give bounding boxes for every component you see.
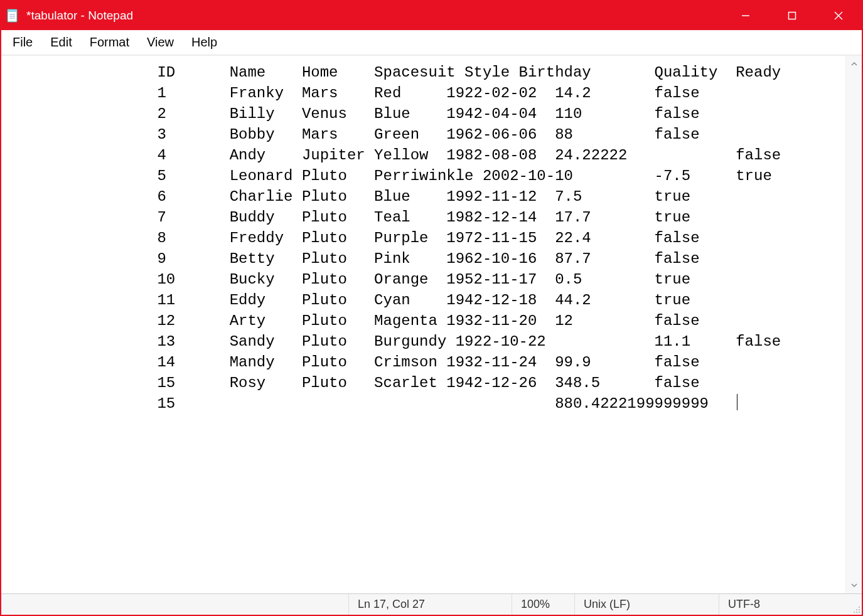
menu-edit[interactable]: Edit	[41, 33, 80, 52]
title-bar: *tabulator - Notepad	[1, 1, 862, 30]
svg-point-11	[859, 609, 860, 610]
window-title: *tabulator - Notepad	[26, 9, 133, 23]
menu-bar: File Edit Format View Help	[1, 30, 862, 55]
menu-format[interactable]: Format	[81, 33, 138, 52]
status-empty	[1, 594, 348, 615]
status-line-ending: Unix (LF)	[574, 594, 719, 615]
menu-file[interactable]: File	[4, 33, 41, 52]
vertical-scrollbar[interactable]	[845, 56, 862, 593]
scroll-track[interactable]	[846, 72, 862, 577]
svg-point-10	[856, 609, 857, 610]
status-cursor-position: Ln 17, Col 27	[348, 594, 512, 615]
text-caret	[737, 394, 737, 410]
scroll-up-arrow-icon[interactable]	[846, 56, 862, 72]
status-bar: Ln 17, Col 27 100% Unix (LF) UTF-8	[1, 593, 862, 615]
window-controls	[722, 1, 862, 30]
menu-help[interactable]: Help	[183, 33, 226, 52]
svg-point-9	[859, 607, 860, 608]
svg-point-12	[854, 612, 855, 613]
resize-grip-icon[interactable]	[850, 594, 862, 615]
svg-point-14	[859, 612, 860, 613]
notepad-app-icon	[5, 8, 20, 23]
minimize-button[interactable]	[722, 1, 769, 30]
svg-point-13	[856, 612, 857, 613]
maximize-button[interactable]	[769, 1, 815, 30]
svg-rect-6	[789, 13, 796, 19]
text-editor[interactable]: ID Name Home Spacesuit Style Birthday Qu…	[1, 56, 845, 593]
status-zoom: 100%	[512, 594, 574, 615]
editor-wrap: ID Name Home Spacesuit Style Birthday Qu…	[1, 55, 862, 593]
status-encoding: UTF-8	[719, 594, 850, 615]
svg-rect-1	[8, 9, 17, 12]
menu-view[interactable]: View	[138, 33, 183, 52]
close-button[interactable]	[815, 1, 862, 30]
scroll-down-arrow-icon[interactable]	[846, 577, 862, 593]
